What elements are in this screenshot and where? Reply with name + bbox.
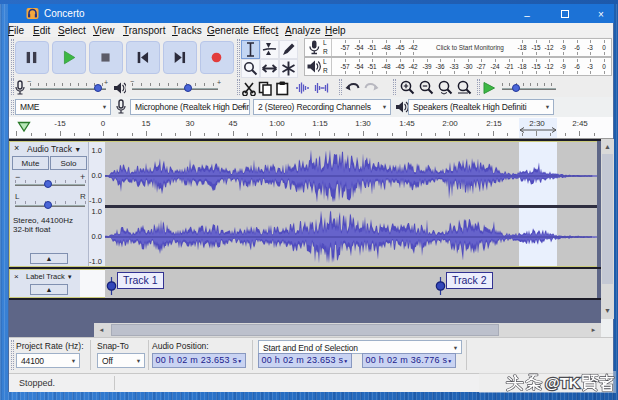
svg-text:@TK: @TK <box>545 374 580 391</box>
